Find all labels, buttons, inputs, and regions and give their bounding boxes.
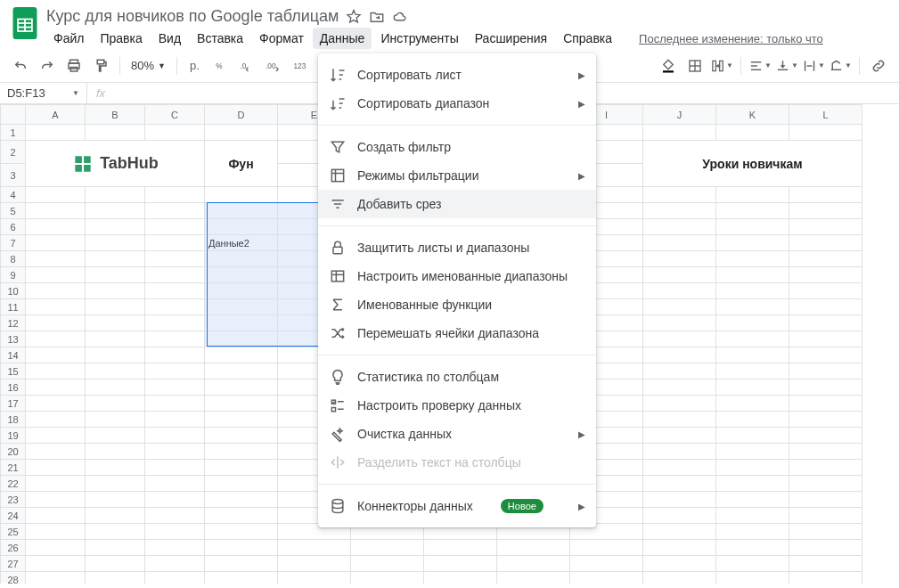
cell-J5[interactable]	[643, 203, 716, 219]
cell-B22[interactable]	[86, 476, 145, 492]
insert-link-button[interactable]	[867, 54, 890, 78]
cell-K18[interactable]	[716, 412, 789, 428]
cell-D13[interactable]	[205, 331, 278, 347]
currency-button[interactable]: р.	[184, 59, 205, 72]
row-header-28[interactable]: 28	[1, 572, 26, 584]
menu-filter-views[interactable]: Режимы фильтрации ▶	[318, 161, 596, 190]
cell-A11[interactable]	[26, 299, 86, 315]
cell-J25[interactable]	[643, 524, 716, 540]
cell-B13[interactable]	[86, 331, 145, 347]
column-header-C[interactable]: C	[145, 105, 205, 125]
cell-C11[interactable]	[145, 299, 205, 315]
cell-L26[interactable]	[789, 540, 862, 556]
cell-J6[interactable]	[643, 219, 716, 235]
cell-C25[interactable]	[145, 524, 205, 540]
row-header-24[interactable]: 24	[1, 508, 26, 524]
cell-J8[interactable]	[643, 251, 716, 267]
cell-D17[interactable]	[205, 396, 278, 412]
cell-L23[interactable]	[789, 492, 862, 508]
column-header-K[interactable]: K	[716, 105, 789, 125]
column-header-J[interactable]: J	[643, 105, 716, 125]
cell-G28[interactable]	[424, 572, 497, 584]
row-header-14[interactable]: 14	[1, 347, 26, 363]
cell-A24[interactable]	[26, 508, 86, 524]
row-header-22[interactable]: 22	[1, 476, 26, 492]
text-wrap-button[interactable]: ▼	[802, 54, 825, 78]
cell-H28[interactable]	[497, 572, 570, 584]
cell-D1[interactable]	[205, 125, 278, 141]
column-header-D[interactable]: D	[205, 105, 278, 125]
cell-J7[interactable]	[643, 235, 716, 251]
row-header-2[interactable]: 2	[1, 141, 26, 164]
cell-K27[interactable]	[716, 556, 789, 572]
cell-C8[interactable]	[145, 251, 205, 267]
cell-L25[interactable]	[789, 524, 862, 540]
cell-A25[interactable]	[26, 524, 86, 540]
cell-L24[interactable]	[789, 508, 862, 524]
cell-C28[interactable]	[145, 572, 205, 584]
row-header-23[interactable]: 23	[1, 492, 26, 508]
cell-C18[interactable]	[145, 412, 205, 428]
cell-J11[interactable]	[643, 299, 716, 315]
cell-D28[interactable]	[205, 572, 278, 584]
cell-D20[interactable]	[205, 444, 278, 460]
row-header-11[interactable]: 11	[1, 299, 26, 315]
text-rotation-button[interactable]: ▼	[829, 54, 852, 78]
cell-L1[interactable]	[789, 125, 862, 141]
cell-B18[interactable]	[86, 412, 145, 428]
cell-D19[interactable]	[205, 428, 278, 444]
menu-edit[interactable]: Правка	[93, 28, 149, 49]
cell-L4[interactable]	[789, 187, 862, 203]
redo-button[interactable]	[36, 54, 59, 78]
cell-H27[interactable]	[497, 556, 570, 572]
cell-I28[interactable]	[570, 572, 643, 584]
cell-C26[interactable]	[145, 540, 205, 556]
menu-file[interactable]: Файл	[46, 28, 91, 49]
increase-decimal-button[interactable]: .00	[262, 54, 285, 78]
cell-L21[interactable]	[789, 460, 862, 476]
cell-B6[interactable]	[86, 219, 145, 235]
cell-B20[interactable]	[86, 444, 145, 460]
cell-L16[interactable]	[789, 380, 862, 396]
cell-A16[interactable]	[26, 380, 86, 396]
menu-data-connectors[interactable]: Коннекторы данных Новое ▶	[318, 492, 596, 520]
cell-D24[interactable]	[205, 508, 278, 524]
cell-D25[interactable]	[205, 524, 278, 540]
cell-C6[interactable]	[145, 219, 205, 235]
cell-I26[interactable]	[570, 540, 643, 556]
cell-A5[interactable]	[26, 203, 86, 219]
cell-E27[interactable]	[278, 556, 351, 572]
cell-C27[interactable]	[145, 556, 205, 572]
cell-C15[interactable]	[145, 363, 205, 380]
cell-K19[interactable]	[716, 428, 789, 444]
zoom-selector[interactable]: 80%▼	[127, 59, 169, 72]
row-header-26[interactable]: 26	[1, 540, 26, 556]
cell-A17[interactable]	[26, 396, 86, 412]
cell-C10[interactable]	[145, 283, 205, 299]
menu-named-functions[interactable]: Именованные функции	[318, 290, 596, 319]
cell-D6[interactable]	[205, 219, 278, 235]
cell-L9[interactable]	[789, 267, 862, 283]
cell-A20[interactable]	[26, 444, 86, 460]
fill-color-button[interactable]	[657, 54, 680, 78]
row-header-1[interactable]: 1	[1, 125, 26, 141]
cell-C14[interactable]	[145, 347, 205, 363]
menu-protect-sheets[interactable]: Защитить листы и диапазоны	[318, 233, 596, 262]
cell-L22[interactable]	[789, 476, 862, 492]
cell-J18[interactable]	[643, 412, 716, 428]
menu-format[interactable]: Формат	[252, 28, 311, 49]
cell-J27[interactable]	[643, 556, 716, 572]
cell-I27[interactable]	[570, 556, 643, 572]
cell-L10[interactable]	[789, 283, 862, 299]
column-header-B[interactable]: B	[86, 105, 145, 125]
cell-D4[interactable]	[205, 187, 278, 203]
sheets-logo[interactable]	[7, 5, 43, 41]
doc-title[interactable]: Курс для новчиков по Google таблицам	[46, 7, 339, 26]
cell-D26[interactable]	[205, 540, 278, 556]
menu-tools[interactable]: Инструменты	[373, 28, 465, 49]
column-header-L[interactable]: L	[789, 105, 862, 125]
menu-named-ranges[interactable]: Настроить именованные диапазоны	[318, 262, 596, 290]
cell-K16[interactable]	[716, 380, 789, 396]
cell-J9[interactable]	[643, 267, 716, 283]
cell-L18[interactable]	[789, 412, 862, 428]
